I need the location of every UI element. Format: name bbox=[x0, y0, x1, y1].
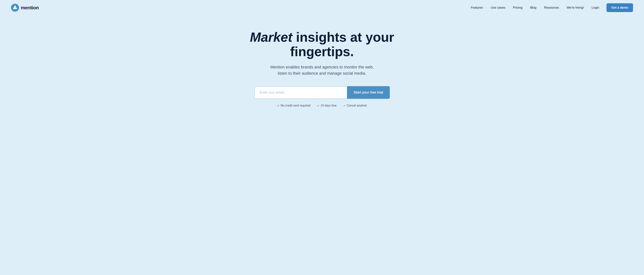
nav-item-features[interactable]: Features bbox=[471, 6, 483, 10]
hero-headline-italic: Market bbox=[250, 30, 292, 44]
check-icon-3: ✓ bbox=[343, 104, 346, 108]
nav-item-use-cases[interactable]: Use cases bbox=[491, 6, 505, 10]
nav-item-blog[interactable]: Blog bbox=[530, 6, 536, 10]
mention-logo-icon bbox=[11, 4, 19, 12]
perk-no-credit-card: ✓ No credit card required bbox=[277, 104, 310, 108]
start-trial-button[interactable]: Start your free trial bbox=[347, 86, 390, 99]
perks-row: ✓ No credit card required ✓ 14 days free… bbox=[277, 104, 367, 108]
nav-item-login[interactable]: Login bbox=[592, 6, 599, 10]
nav-link-hiring[interactable]: We're hiring! bbox=[566, 6, 584, 9]
check-icon-2: ✓ bbox=[317, 104, 319, 108]
get-a-demo-button[interactable]: Get a demo bbox=[606, 3, 633, 12]
perk-14-days: ✓ 14 days free bbox=[317, 104, 336, 108]
cta-row: Start your free trial bbox=[254, 86, 390, 99]
nav-link-blog[interactable]: Blog bbox=[530, 6, 536, 9]
nav-links: Features Use cases Pricing Blog Resource… bbox=[471, 6, 599, 10]
nav-link-login[interactable]: Login bbox=[592, 6, 599, 9]
check-icon-1: ✓ bbox=[277, 104, 280, 108]
nav-link-resources[interactable]: Resources bbox=[544, 6, 559, 9]
logo-area[interactable]: mention bbox=[11, 4, 39, 12]
nav-link-features[interactable]: Features bbox=[471, 6, 483, 9]
hero-headline-rest: insights at your fingertips. bbox=[290, 30, 394, 59]
hero-headline: Market insights at your fingertips. bbox=[240, 30, 404, 59]
perk-cancel-anytime: ✓ Cancel anytime bbox=[343, 104, 367, 108]
perk-label-1: No credit card required bbox=[280, 104, 310, 107]
hero-subtext: Mention enables brands and agencies to m… bbox=[265, 64, 379, 76]
nav-link-use-cases[interactable]: Use cases bbox=[491, 6, 505, 9]
navbar: mention Features Use cases Pricing Blog … bbox=[0, 0, 644, 15]
hero-section: Market insights at your fingertips. Ment… bbox=[0, 15, 644, 118]
nav-link-pricing[interactable]: Pricing bbox=[513, 6, 522, 9]
email-input[interactable] bbox=[254, 86, 347, 99]
perk-label-2: 14 days free bbox=[320, 104, 336, 107]
perk-label-3: Cancel anytime bbox=[346, 104, 367, 107]
nav-item-pricing[interactable]: Pricing bbox=[513, 6, 522, 10]
nav-item-hiring[interactable]: We're hiring! bbox=[566, 6, 584, 10]
brand-name: mention bbox=[21, 5, 39, 10]
nav-item-resources[interactable]: Resources bbox=[544, 6, 559, 10]
